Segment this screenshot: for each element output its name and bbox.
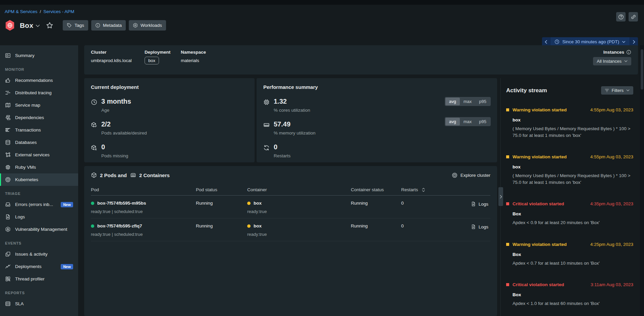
sidebar-item-label: Kubernetes — [15, 177, 38, 182]
scrollbar-thumb[interactable] — [641, 49, 643, 90]
sidebar-item-dependencies[interactable]: Dependencies — [0, 111, 78, 124]
sidebar-item-label: Transactions — [15, 127, 41, 133]
current-deployment-card: Current deployment 3 months Age 2/2 — [84, 78, 255, 162]
deployment-info-bar: Cluster umbraprod.k8s.local Deployment b… — [84, 45, 638, 74]
activity-item-3[interactable]: Critical violation started 4:35pm Aug 03… — [506, 201, 633, 226]
logs-button[interactable]: Logs — [469, 223, 490, 230]
time-picker: Since 30 minutes ago (PDT) — [542, 37, 638, 46]
avg-toggle[interactable]: avg — [445, 118, 460, 125]
p95-toggle[interactable]: p95 — [475, 118, 490, 125]
time-forward-chevron-icon[interactable] — [630, 37, 638, 46]
collapse-panel-chevron-icon[interactable] — [498, 187, 503, 206]
col-restarts-sort[interactable]: Restarts — [401, 187, 441, 192]
tags-button[interactable]: Tags — [63, 20, 88, 31]
sidebar-item-recommendations[interactable]: Recommendations — [0, 74, 78, 87]
entity-name[interactable]: Box — [20, 21, 33, 30]
warning-bullet-icon — [506, 243, 509, 246]
workloads-button[interactable]: Workloads — [129, 20, 166, 31]
pods-available-label: Pods available/desired — [101, 130, 147, 136]
sidebar-item-summary[interactable]: Summary — [0, 49, 78, 62]
pod-cell[interactable]: box-7f574fb595-m95bs ready:true | schedu… — [91, 201, 196, 214]
permalink-icon[interactable] — [629, 12, 638, 21]
pods-count: 2 Pods and — [100, 172, 127, 178]
sidebar-item-thread-profiler[interactable]: Thread profiler — [0, 273, 78, 285]
container-cell[interactable]: box ready:true — [247, 223, 351, 237]
filters-button[interactable]: Filters — [601, 86, 633, 95]
activity-item-time: 4:55pm Aug 03, 2023 — [590, 107, 633, 112]
explore-cluster-link[interactable]: Explore cluster — [452, 172, 490, 178]
time-back-chevron-icon[interactable] — [542, 37, 550, 46]
current-deployment-title: Current deployment — [91, 84, 248, 90]
container-icon — [130, 172, 136, 178]
breadcrumb-services-apm[interactable]: Services - APM — [43, 9, 74, 14]
breadcrumb-apm-services[interactable]: APM & Services — [5, 9, 38, 14]
pods-card-header: 2 Pods and 2 Containers Explore cluster — [91, 172, 490, 178]
tags-button-label: Tags — [74, 23, 84, 28]
instances-selector[interactable]: All Instances — [593, 57, 631, 65]
warning-bullet-icon — [506, 155, 509, 158]
container-cell[interactable]: box ready:true — [247, 201, 351, 214]
info-circle-icon — [95, 23, 100, 28]
sidebar-item-distributed-tracing[interactable]: Distributed tracing — [0, 87, 78, 99]
filter-icon — [605, 89, 609, 93]
sidebar-item-label: Issues & activity — [15, 252, 48, 257]
pods-missing-label: Pods missing — [101, 153, 128, 158]
sidebar-item-errors-inbox[interactable]: Errors (errors inb... New — [0, 198, 78, 211]
instances-info-icon[interactable] — [626, 50, 631, 55]
issues-activity-icon — [5, 251, 11, 257]
metadata-button[interactable]: Metadata — [91, 20, 126, 31]
sidebar-item-vulnerability-management[interactable]: Vulnerability Management — [0, 223, 78, 235]
sidebar-item-deployments[interactable]: Deployments New — [0, 260, 78, 273]
activity-item-2[interactable]: Warning violation started 4:55pm Aug 03,… — [506, 154, 633, 186]
container-name: box — [254, 223, 262, 228]
activity-item-5[interactable]: Critical violation started 3:11am Aug 03… — [506, 282, 633, 307]
age-label: Age — [101, 108, 131, 113]
panel-splitter — [497, 78, 504, 316]
pod-cell[interactable]: box-7f574fb595-zflq7 ready:true | schedu… — [91, 223, 196, 237]
database-icon — [5, 140, 11, 145]
sidebar-item-kubernetes[interactable]: Kubernetes — [0, 173, 78, 186]
sidebar-item-external-services[interactable]: External services — [0, 149, 78, 161]
page-scrollbar[interactable] — [640, 45, 644, 316]
avg-toggle[interactable]: avg — [445, 98, 460, 105]
p95-toggle[interactable]: p95 — [475, 98, 490, 105]
chevron-down-icon — [626, 89, 630, 92]
sidebar-item-transactions[interactable]: Transactions — [0, 124, 78, 136]
max-toggle[interactable]: max — [460, 98, 476, 105]
sidebar-item-sla[interactable]: SLA — [0, 298, 78, 310]
entity-chevron-down-icon[interactable] — [36, 24, 40, 28]
activity-item-time: 4:55pm Aug 03, 2023 — [590, 154, 633, 159]
logs-button-label: Logs — [479, 202, 488, 207]
external-services-icon — [5, 152, 11, 158]
container-status-cell: Running — [351, 201, 401, 214]
sidebar-item-label: SLA — [15, 301, 24, 306]
restart-icon — [263, 145, 270, 151]
new-badge: New — [61, 202, 73, 207]
kubernetes-icon — [5, 177, 11, 182]
sidebar-item-service-map[interactable]: Service map — [0, 99, 78, 111]
sidebar-item-ruby-vms[interactable]: Ruby VMs — [0, 161, 78, 173]
favorite-star-icon[interactable] — [45, 21, 54, 30]
thumbs-up-icon — [5, 77, 11, 83]
max-toggle[interactable]: max — [460, 118, 476, 125]
activity-item-entity: box — [513, 117, 633, 122]
logs-button[interactable]: Logs — [469, 201, 490, 207]
sidebar: Summary MONITOR Recommendations Distribu… — [0, 45, 78, 316]
activity-item-entity: box — [513, 164, 633, 169]
logs-button-label: Logs — [479, 224, 488, 229]
cores-utilization-value: 1.32 — [274, 98, 310, 105]
chevron-down-icon — [624, 60, 628, 62]
time-range-selector[interactable]: Since 30 minutes ago (PDT) — [550, 37, 630, 46]
activity-item-4[interactable]: Warning violation started 4:25pm Aug 03,… — [506, 242, 633, 267]
help-icon[interactable] — [616, 12, 626, 21]
memory-utilization-label: % memory utilization — [274, 130, 316, 136]
container-status-cell: Running — [351, 223, 401, 237]
chip-icon — [5, 164, 11, 170]
deployment-chip[interactable]: box — [145, 57, 159, 64]
activity-item-1[interactable]: Warning violation started 4:55pm Aug 03,… — [506, 107, 633, 139]
cluster-label: Cluster — [91, 50, 145, 55]
sidebar-item-databases[interactable]: Databases — [0, 136, 78, 149]
sidebar-item-label: Dependencies — [15, 115, 44, 120]
sidebar-item-issues-activity[interactable]: Issues & activity — [0, 248, 78, 260]
sidebar-item-logs[interactable]: Logs — [0, 211, 78, 223]
